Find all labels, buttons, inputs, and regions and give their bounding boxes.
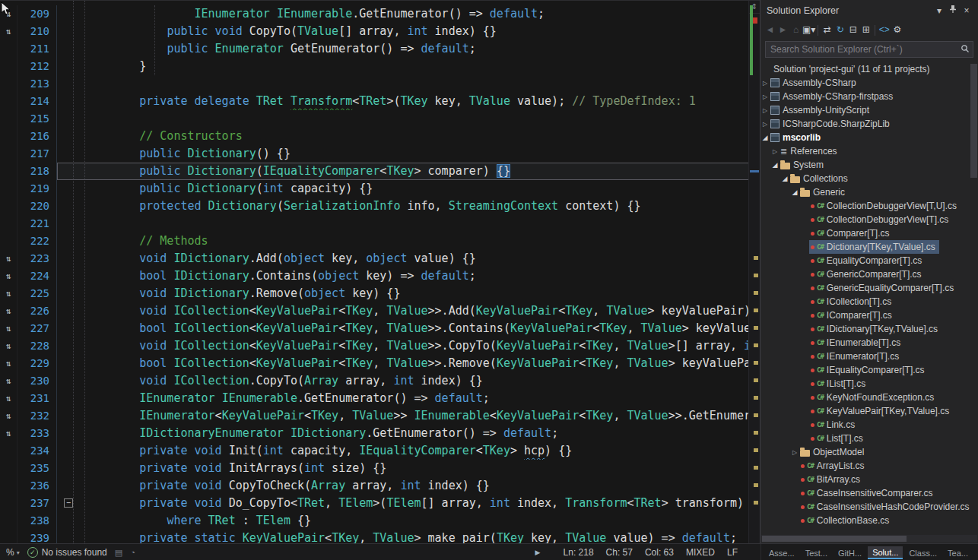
view-code-icon[interactable]: <> bbox=[878, 23, 891, 37]
panel-tab-test[interactable]: Test... bbox=[801, 547, 832, 558]
tree-item[interactable]: C#EqualityComparer[T].cs bbox=[760, 254, 978, 267]
tree-item[interactable]: C#ArrayList.cs bbox=[760, 459, 978, 473]
code-line[interactable]: ⇅210 public void CopyTo(TValue[] array, … bbox=[0, 23, 749, 40]
code-line[interactable]: 222 // Methods bbox=[0, 233, 749, 250]
expand-arrow-icon[interactable]: ▷ bbox=[790, 449, 799, 456]
code-line[interactable]: ⇅226 void ICollection<KeyValuePair<TKey,… bbox=[0, 302, 749, 320]
tree-item[interactable]: ▷Assembly-UnityScript bbox=[760, 103, 978, 117]
collapse-arrow-icon[interactable]: ◢ bbox=[760, 134, 770, 141]
close-icon[interactable]: × bbox=[960, 5, 973, 16]
tree-item[interactable]: ▷ObjectModel bbox=[760, 445, 978, 459]
properties-icon[interactable]: ⚙ bbox=[891, 23, 903, 37]
tree-item[interactable]: ◢Collections bbox=[760, 172, 978, 185]
implements-icon[interactable]: ⇅ bbox=[0, 425, 17, 442]
code-line[interactable]: ⇅228 void ICollection<KeyValuePair<TKey,… bbox=[0, 337, 749, 355]
expand-arrow-icon[interactable]: ▷ bbox=[760, 93, 770, 100]
code-line[interactable]: ⇅227 bool ICollection<KeyValuePair<TKey,… bbox=[0, 320, 749, 337]
se-vertical-scrollbar-thumb[interactable] bbox=[970, 64, 977, 178]
tree-item[interactable]: C#IDictionary[TKey,TValue].cs bbox=[760, 322, 978, 336]
implements-icon[interactable]: ⇅ bbox=[0, 250, 17, 267]
search-input[interactable] bbox=[766, 44, 957, 55]
fold-marker[interactable]: − bbox=[64, 498, 73, 508]
panel-tab-gith[interactable]: GitH... bbox=[834, 547, 866, 558]
code-line[interactable]: 235 private void InitArrays(int size) {} bbox=[0, 460, 749, 477]
panel-tab-asse[interactable]: Asse... bbox=[764, 547, 799, 558]
solution-explorer-titlebar[interactable]: Solution Explorer ▾ × bbox=[760, 0, 978, 21]
se-horizontal-scrollbar[interactable] bbox=[761, 535, 977, 543]
collapse-all-icon[interactable]: ⊟ bbox=[846, 23, 859, 37]
tree-item[interactable]: ◢System bbox=[760, 158, 978, 172]
panel-tab-class[interactable]: Class... bbox=[904, 547, 941, 558]
forward-icon[interactable]: ► bbox=[776, 23, 789, 37]
implements-icon[interactable]: ⇅ bbox=[0, 320, 17, 337]
collapse-arrow-icon[interactable]: ◢ bbox=[790, 188, 799, 196]
tree-item[interactable]: C#CaseInsensitiveHashCodeProvider.cs bbox=[760, 500, 978, 514]
search-icon[interactable] bbox=[957, 44, 973, 55]
tree-item[interactable]: ▷≣References bbox=[760, 144, 978, 158]
expand-arrow-icon[interactable]: ▷ bbox=[770, 148, 780, 155]
expand-arrow-icon[interactable]: ▷ bbox=[760, 80, 770, 87]
code-line[interactable]: 237− private void Do_CopyTo<TRet, TElem>… bbox=[0, 495, 749, 512]
tree-item[interactable]: ▷ICSharpCode.SharpZipLib bbox=[760, 117, 978, 131]
code-line[interactable]: 216 // Constructors bbox=[0, 128, 749, 145]
sync-with-active-document-icon[interactable]: ⇄ bbox=[821, 23, 834, 37]
code-line[interactable]: 218 public Dictionary(IEqualityComparer<… bbox=[0, 163, 749, 180]
code-line[interactable]: 212 } bbox=[0, 58, 749, 75]
tree-item[interactable]: ▷Assembly-CSharp bbox=[760, 76, 978, 90]
code-line[interactable]: ⇅231 IEnumerator IEnumerable.GetEnumerat… bbox=[0, 390, 749, 407]
implements-icon[interactable]: ⇅ bbox=[0, 337, 17, 355]
implements-icon[interactable]: ⇅ bbox=[0, 23, 17, 40]
expand-arrow-icon[interactable]: ▷ bbox=[760, 121, 770, 128]
code-line[interactable]: ⇅229 bool ICollection<KeyValuePair<TKey,… bbox=[0, 355, 749, 372]
code-line[interactable]: 221 bbox=[0, 215, 749, 233]
implements-icon[interactable]: ⇅ bbox=[0, 285, 17, 302]
hscroll-right-arrow-icon[interactable]: ▶ bbox=[535, 549, 541, 556]
tree-item[interactable]: Solution 'project-gui' (11 of 11 project… bbox=[760, 62, 978, 76]
tree-item[interactable]: C#BitArray.cs bbox=[760, 473, 978, 486]
code-line[interactable]: ⇅233 IDictionaryEnumerator IDictionary.G… bbox=[0, 425, 749, 442]
issues-indicator[interactable]: ✓ No issues found bbox=[27, 547, 107, 558]
tree-item[interactable]: ◢Generic bbox=[760, 185, 978, 199]
home-icon[interactable]: ⌂ bbox=[789, 23, 802, 37]
editor-scrollbar[interactable]: ⇕ bbox=[748, 1, 760, 543]
panel-tab-tea[interactable]: Tea... bbox=[943, 547, 973, 558]
code-line[interactable]: ⇅209 IEnumerator IEnumerable.GetEnumerat… bbox=[0, 5, 749, 23]
code-line[interactable]: ⇅224 bool IDictionary.Contains(object ke… bbox=[0, 267, 749, 285]
expand-arrow-icon[interactable]: ▷ bbox=[760, 107, 770, 114]
code-line[interactable]: 211 public Enumerator GetEnumerator() =>… bbox=[0, 40, 749, 58]
tree-item[interactable]: C#GenericComparer[T].cs bbox=[760, 267, 978, 281]
collapse-arrow-icon[interactable]: ◢ bbox=[770, 161, 780, 169]
code-line[interactable]: 219 public Dictionary(int capacity) {} bbox=[0, 180, 749, 198]
tree-item[interactable]: C#IEnumerator[T].cs bbox=[760, 350, 978, 363]
implements-icon[interactable]: ⇅ bbox=[0, 372, 17, 390]
implements-icon[interactable]: ⇅ bbox=[0, 355, 17, 372]
show-all-files-icon[interactable]: ⊞ bbox=[859, 23, 872, 37]
tree-item[interactable]: C#ICollection[T].cs bbox=[760, 295, 978, 308]
code-line[interactable]: 215 bbox=[0, 110, 749, 128]
code-line[interactable]: ⇅225 void IDictionary.Remove(object key)… bbox=[0, 285, 749, 302]
tree-item[interactable]: C#IEnumerable[T].cs bbox=[760, 336, 978, 350]
chevron-down-icon[interactable]: ▾ bbox=[932, 5, 946, 16]
code-line[interactable]: 239 private static KeyValuePair<TKey, TV… bbox=[0, 530, 749, 543]
code-line[interactable]: 217 public Dictionary() {} bbox=[0, 145, 749, 163]
implements-icon[interactable]: ⇅ bbox=[0, 390, 17, 407]
tree-item[interactable]: ◢mscorlib bbox=[760, 131, 978, 144]
code-line[interactable]: 220 protected Dictionary(SerializationIn… bbox=[0, 198, 749, 215]
tree-item[interactable]: C#Comparer[T].cs bbox=[760, 226, 978, 240]
implements-icon[interactable]: ⇅ bbox=[0, 267, 17, 285]
tree-item[interactable]: C#CollectionDebuggerView[T].cs bbox=[760, 213, 978, 226]
pin-icon[interactable] bbox=[946, 5, 960, 16]
collapse-arrow-icon[interactable]: ◢ bbox=[780, 175, 789, 182]
se-horizontal-scrollbar-thumb[interactable] bbox=[762, 536, 907, 542]
editor[interactable]: ⇅209 IEnumerator IEnumerable.GetEnumerat… bbox=[0, 0, 760, 543]
code-line[interactable]: 214 private delegate TRet Transform<TRet… bbox=[0, 93, 749, 110]
tree-item[interactable]: C#IComparer[T].cs bbox=[760, 308, 978, 322]
code-line[interactable]: 238 where TRet : TElem {} bbox=[0, 512, 749, 530]
code-line[interactable]: ⇅230 void ICollection.CopyTo(Array array… bbox=[0, 372, 749, 390]
tree-item[interactable]: C#GenericEqualityComparer[T].cs bbox=[760, 281, 978, 295]
tree-item[interactable]: C#Link.cs bbox=[760, 418, 978, 432]
tree-item[interactable]: C#IList[T].cs bbox=[760, 377, 978, 391]
code-line[interactable]: ⇅232 IEnumerator<KeyValuePair<TKey, TVal… bbox=[0, 407, 749, 425]
tree-item[interactable]: C#CollectionDebuggerView[T,U].cs bbox=[760, 199, 978, 213]
tree-item[interactable]: C#List[T].cs bbox=[760, 432, 978, 445]
